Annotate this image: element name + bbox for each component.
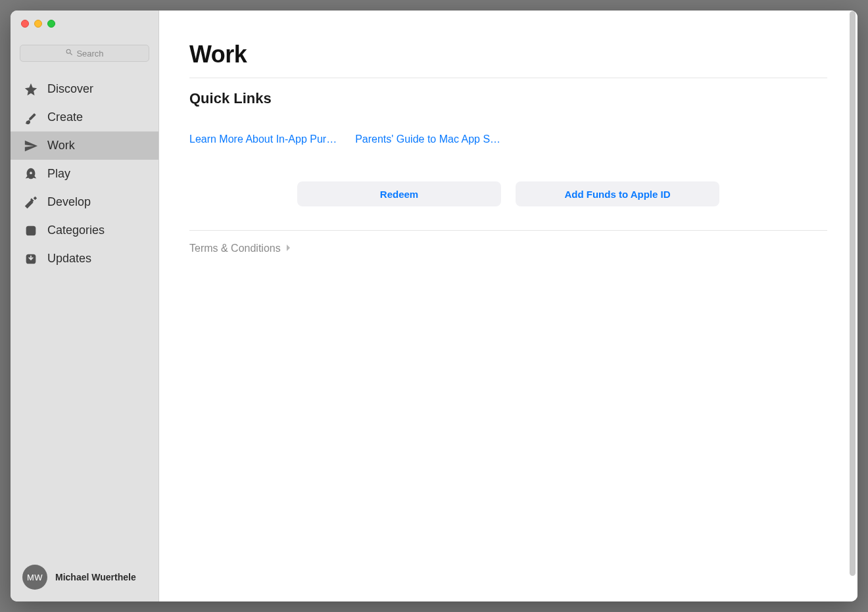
brush-icon [24, 110, 38, 125]
sidebar-item-label: Create [47, 110, 83, 124]
search-container: Search [11, 37, 158, 68]
divider [189, 78, 827, 78]
download-icon [24, 252, 38, 266]
minimize-window-button[interactable] [34, 20, 42, 28]
sidebar-item-label: Work [47, 139, 75, 153]
divider [189, 230, 827, 231]
add-funds-button[interactable]: Add Funds to Apple ID [516, 181, 719, 206]
action-button-row: Redeem Add Funds to Apple ID [189, 181, 827, 206]
sidebar-item-label: Discover [47, 82, 93, 96]
sidebar-item-label: Categories [47, 224, 105, 237]
chevron-right-icon [286, 243, 291, 254]
rocket-icon [24, 167, 38, 181]
quick-link-inapp[interactable]: Learn More About In-App Pur… [189, 133, 337, 145]
scrollbar[interactable] [848, 11, 857, 576]
terms-link[interactable]: Terms & Conditions [189, 243, 291, 254]
sidebar-item-develop[interactable]: Develop [11, 188, 158, 216]
sidebar-item-label: Develop [47, 195, 91, 209]
user-account-button[interactable]: MW Michael Wuerthele [11, 555, 158, 601]
close-window-button[interactable] [21, 20, 29, 28]
paper-plane-icon [24, 139, 38, 153]
sidebar-item-label: Play [47, 167, 70, 181]
quick-link-parents-guide[interactable]: Parents' Guide to Mac App St… [355, 133, 503, 145]
sidebar-item-create[interactable]: Create [11, 103, 158, 131]
star-icon [24, 82, 38, 97]
app-window: Search Discover Create Work [11, 11, 857, 601]
grid-icon [24, 224, 38, 238]
redeem-button[interactable]: Redeem [297, 181, 501, 206]
svg-rect-0 [26, 225, 36, 235]
sidebar-item-work[interactable]: Work [11, 131, 158, 160]
sidebar-item-categories[interactable]: Categories [11, 216, 158, 245]
terms-label: Terms & Conditions [189, 243, 281, 254]
main-content: Work Quick Links Learn More About In-App… [159, 11, 857, 601]
quick-links-title: Quick Links [189, 90, 827, 107]
maximize-window-button[interactable] [47, 20, 55, 28]
avatar: MW [22, 565, 47, 590]
sidebar-item-label: Updates [47, 252, 91, 266]
quick-links-row: Learn More About In-App Pur… Parents' Gu… [189, 133, 827, 145]
user-name-label: Michael Wuerthele [55, 572, 136, 582]
search-icon [65, 48, 74, 59]
sidebar-item-play[interactable]: Play [11, 160, 158, 188]
window-controls [11, 11, 158, 37]
page-title: Work [189, 41, 827, 68]
sidebar-nav: Discover Create Work Play [11, 68, 158, 555]
scrollbar-thumb[interactable] [850, 11, 856, 576]
sidebar: Search Discover Create Work [11, 11, 159, 601]
sidebar-item-discover[interactable]: Discover [11, 75, 158, 103]
search-placeholder: Search [76, 49, 103, 59]
search-input[interactable]: Search [20, 45, 149, 62]
hammer-icon [24, 195, 38, 210]
sidebar-item-updates[interactable]: Updates [11, 245, 158, 273]
